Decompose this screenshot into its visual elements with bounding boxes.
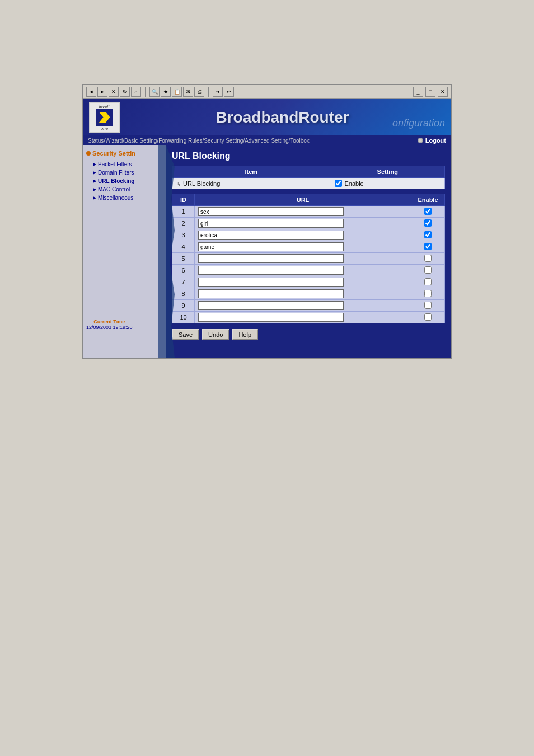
url-row-enable-cell xyxy=(411,288,445,300)
router-header: level° one BroadbandRouter onfiguration xyxy=(83,99,451,135)
sidebar-item-url-blocking[interactable]: ▶ URL Blocking xyxy=(86,177,163,185)
home-button[interactable]: ⌂ xyxy=(131,87,141,97)
enable-label: Enable xyxy=(335,180,440,187)
refresh-button[interactable]: ↻ xyxy=(120,87,130,97)
sidebar-item-domain-filters[interactable]: ▶ Domain Filters xyxy=(86,168,163,177)
forward-button[interactable]: ► xyxy=(97,87,107,97)
stop-button[interactable]: ✕ xyxy=(109,87,119,97)
window-restore[interactable]: □ xyxy=(425,87,435,97)
url-row-url-cell xyxy=(195,312,411,323)
url-input-4[interactable] xyxy=(198,242,344,251)
url-table-row: 2 xyxy=(172,218,445,229)
url-enable-checkbox-1[interactable] xyxy=(424,208,432,215)
url-row-url-cell xyxy=(195,288,411,300)
nav-status[interactable]: Status/ xyxy=(88,138,105,144)
sidebar: Security Settin ▶ Packet Filters ▶ Domai… xyxy=(83,145,166,358)
url-table-row: 1 xyxy=(172,206,445,218)
favorites-button[interactable]: ★ xyxy=(161,87,171,97)
url-row-url-cell xyxy=(195,241,411,253)
url-input-6[interactable] xyxy=(198,266,344,275)
nav-advanced[interactable]: Advanced Setting/ xyxy=(245,138,290,144)
current-time-box: Current Time 12/09/2003 19:19:20 xyxy=(86,319,133,330)
url-row-enable-cell xyxy=(411,241,445,253)
url-input-5[interactable] xyxy=(198,254,344,263)
logout-label[interactable]: Logout xyxy=(425,137,446,144)
url-row-id: 3 xyxy=(172,229,195,241)
url-row-enable-cell xyxy=(411,276,445,288)
url-enable-checkbox-9[interactable] xyxy=(424,302,432,309)
search-button[interactable]: 🔍 xyxy=(149,87,160,97)
url-row-id: 4 xyxy=(172,241,195,253)
url-enable-checkbox-4[interactable] xyxy=(424,243,432,250)
url-row-enable-cell xyxy=(411,265,445,276)
button-row: Save Undo Help xyxy=(172,329,445,340)
router-subtitle: onfiguration xyxy=(392,118,445,129)
sidebar-item-packet-filters[interactable]: ▶ Packet Filters xyxy=(86,160,163,168)
nav-security[interactable]: Security Setting/ xyxy=(204,138,245,144)
url-input-2[interactable] xyxy=(198,219,344,228)
config-setting-cell: Enable xyxy=(330,178,445,189)
url-row-url-cell xyxy=(195,218,411,229)
tool-buttons: 🔍 ★ 📋 ✉ 🖨 xyxy=(149,87,204,97)
window-close[interactable]: ✕ xyxy=(438,87,448,97)
nav-wizard[interactable]: Wizard/ xyxy=(105,138,124,144)
url-table-row: 7 xyxy=(172,276,445,288)
nav-forwarding[interactable]: Forwarding Rules/ xyxy=(158,138,204,144)
extra-btn-1[interactable]: ➔ xyxy=(213,87,223,97)
url-input-10[interactable] xyxy=(198,313,344,322)
undo-button[interactable]: Undo xyxy=(202,329,229,340)
window-minimize[interactable]: _ xyxy=(413,87,423,97)
toolbar-separator xyxy=(145,87,146,97)
print-button[interactable]: 🖨 xyxy=(194,87,204,97)
sidebar-item-mac-control[interactable]: ▶ MAC Control xyxy=(86,185,163,194)
url-input-1[interactable] xyxy=(198,207,344,216)
url-enable-checkbox-2[interactable] xyxy=(424,219,432,227)
url-row-id: 6 xyxy=(172,265,195,276)
logo-one-text: one xyxy=(101,126,108,131)
nav-links: Status/ Wizard/ Basic Setting/ Forwardin… xyxy=(88,138,310,144)
arrow-icon: ▶ xyxy=(93,179,96,184)
col-setting: Setting xyxy=(330,166,445,178)
url-col-enable: Enable xyxy=(411,194,445,206)
sidebar-title: Security Settin xyxy=(86,150,163,157)
mail-button[interactable]: ✉ xyxy=(183,87,193,97)
url-table-row: 3 xyxy=(172,229,445,241)
url-row-enable-cell xyxy=(411,218,445,229)
url-row-url-cell xyxy=(195,229,411,241)
router-logo: level° one xyxy=(89,102,120,133)
url-row-id: 5 xyxy=(172,253,195,265)
url-row-id: 9 xyxy=(172,300,195,312)
sidebar-item-miscellaneous[interactable]: ▶ Miscellaneous xyxy=(86,194,163,202)
logo-icon-shape xyxy=(99,112,110,123)
url-row-url-cell xyxy=(195,276,411,288)
url-enable-checkbox-10[interactable] xyxy=(424,313,432,321)
back-button[interactable]: ◄ xyxy=(86,87,96,97)
url-table-row: 4 xyxy=(172,241,445,253)
history-button[interactable]: 📋 xyxy=(172,87,182,97)
nav-basic[interactable]: Basic Setting/ xyxy=(124,138,158,144)
url-blocking-enable-checkbox[interactable] xyxy=(335,180,342,187)
browser-toolbar: ◄ ► ✕ ↻ ⌂ 🔍 ★ 📋 ✉ 🖨 ➔ ↩ _ □ ✕ xyxy=(83,85,451,99)
url-row-enable-cell xyxy=(411,206,445,218)
arrow-icon: ▶ xyxy=(93,162,96,167)
router-body: Security Settin ▶ Packet Filters ▶ Domai… xyxy=(83,145,451,358)
toolbar-separator-2 xyxy=(208,87,209,97)
url-enable-checkbox-3[interactable] xyxy=(424,231,432,238)
logout-area: Logout xyxy=(418,137,446,144)
url-input-3[interactable] xyxy=(198,231,344,240)
current-time-value: 12/09/2003 19:19:20 xyxy=(86,325,133,330)
help-button[interactable]: Help xyxy=(232,329,258,340)
nav-toolbox[interactable]: Toolbox xyxy=(290,138,309,144)
url-enable-checkbox-5[interactable] xyxy=(424,255,432,262)
url-input-8[interactable] xyxy=(198,289,344,298)
save-button[interactable]: Save xyxy=(172,329,199,340)
url-table-row: 6 xyxy=(172,265,445,276)
url-enable-checkbox-8[interactable] xyxy=(424,290,432,297)
extra-btn-2[interactable]: ↩ xyxy=(224,87,234,97)
url-row-id: 8 xyxy=(172,288,195,300)
url-table: ID URL Enable 12345678910 xyxy=(172,194,445,323)
url-input-7[interactable] xyxy=(198,278,344,287)
url-enable-checkbox-6[interactable] xyxy=(424,266,432,274)
url-input-9[interactable] xyxy=(198,301,344,310)
url-enable-checkbox-7[interactable] xyxy=(424,278,432,285)
